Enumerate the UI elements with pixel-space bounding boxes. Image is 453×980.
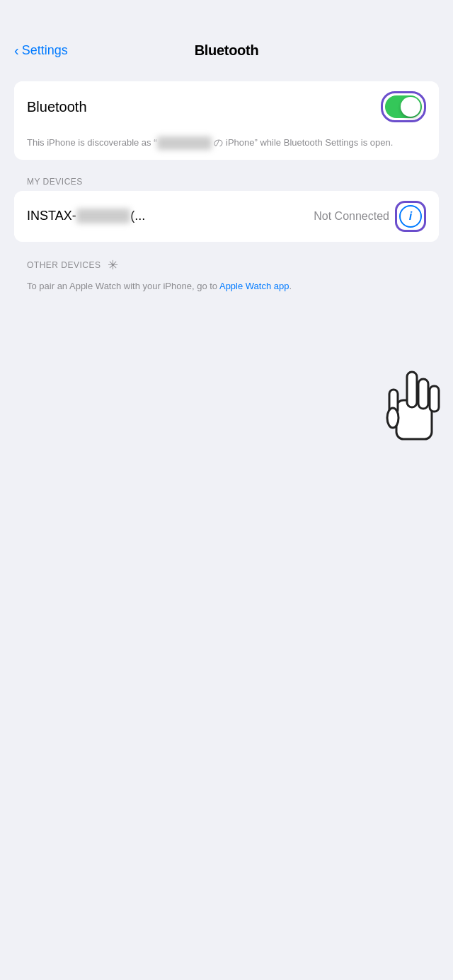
- info-button-highlight: i: [395, 201, 426, 232]
- svg-rect-0: [396, 400, 432, 439]
- bluetooth-card: Bluetooth This iPhone is discoverable as…: [14, 81, 439, 160]
- back-button[interactable]: ‹ Settings: [14, 42, 68, 59]
- svg-rect-4: [389, 390, 398, 414]
- scanning-spinner: [107, 259, 120, 272]
- other-devices-header: OTHER DEVICES: [14, 247, 439, 276]
- page-header: ‹ Settings Bluetooth: [0, 0, 453, 73]
- apple-watch-text: To pair an Apple Watch with your iPhone,…: [14, 276, 439, 303]
- apple-watch-note-suffix: .: [289, 281, 292, 291]
- device-name-blurred-part: ██████: [76, 209, 131, 223]
- page-title: Bluetooth: [195, 42, 259, 59]
- device-info-button[interactable]: i: [399, 205, 422, 228]
- bluetooth-toggle-row: Bluetooth: [14, 81, 439, 132]
- apple-watch-note-prefix: To pair an Apple Watch with your iPhone,…: [27, 281, 219, 291]
- bluetooth-label: Bluetooth: [27, 99, 87, 115]
- svg-rect-3: [430, 386, 439, 412]
- my-devices-card: INSTAX-██████(... Not Connected i: [14, 191, 439, 242]
- content-area: Bluetooth This iPhone is discoverable as…: [0, 73, 453, 312]
- toggle-knob: [401, 97, 420, 117]
- toggle-highlight: [381, 91, 426, 122]
- back-label: Settings: [22, 43, 68, 58]
- chevron-left-icon: ‹: [14, 42, 19, 59]
- device-row: INSTAX-██████(... Not Connected i: [14, 191, 439, 242]
- device-status: Not Connected: [314, 210, 389, 223]
- info-icon: i: [409, 210, 412, 223]
- my-devices-header: MY DEVICES: [14, 165, 439, 191]
- bluetooth-toggle[interactable]: [385, 95, 422, 118]
- svg-point-5: [387, 408, 398, 428]
- cursor-hand-icon: [382, 365, 446, 443]
- other-devices-label: OTHER DEVICES: [27, 260, 101, 270]
- bluetooth-description: This iPhone is discoverable as “████ ███…: [14, 132, 439, 160]
- svg-rect-1: [407, 372, 417, 407]
- device-name: INSTAX-██████(...: [27, 209, 314, 223]
- device-name-blurred: ████ ████: [157, 136, 212, 150]
- apple-watch-link[interactable]: Apple Watch app: [219, 281, 289, 291]
- svg-rect-2: [418, 379, 428, 409]
